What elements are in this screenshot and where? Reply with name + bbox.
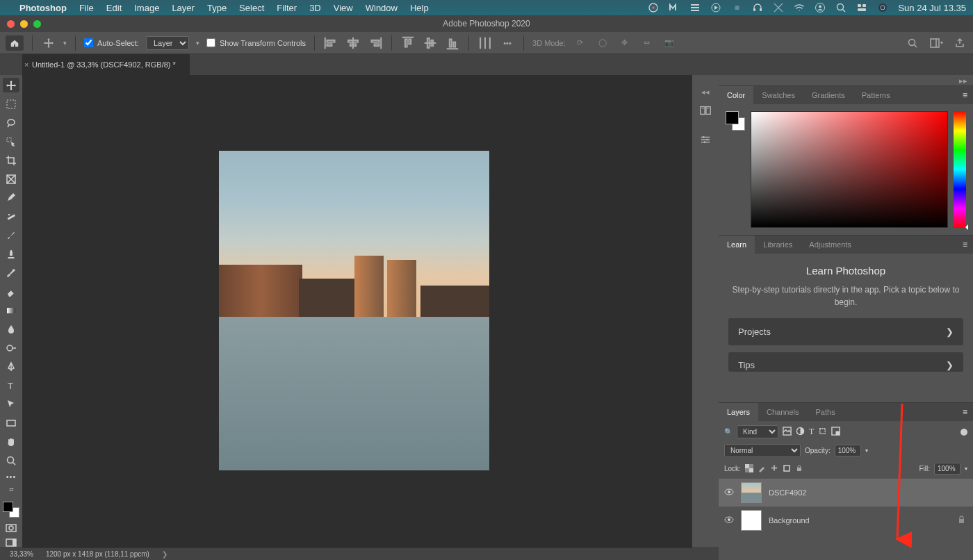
rectangle-tool[interactable] — [3, 415, 19, 430]
gradient-tool[interactable] — [3, 303, 19, 318]
menu-3d[interactable]: 3D — [309, 3, 321, 13]
opacity-input[interactable] — [835, 445, 861, 456]
more-options-icon[interactable]: ••• — [500, 35, 515, 51]
zoom-tool[interactable] — [3, 453, 19, 468]
tab-color[interactable]: Color — [719, 86, 753, 104]
workspace-switcher-icon[interactable]: ▾ — [929, 35, 944, 51]
show-transform-checkbox[interactable]: Show Transform Controls — [206, 38, 306, 47]
menu-layer[interactable]: Layer — [172, 3, 195, 13]
layer-thumbnail[interactable] — [741, 510, 762, 531]
status-icon-stack[interactable] — [689, 2, 701, 13]
marquee-tool[interactable] — [3, 97, 19, 111]
layer-name[interactable]: Background — [769, 516, 951, 525]
healing-brush-tool[interactable] — [3, 209, 19, 224]
share-icon[interactable] — [952, 35, 967, 51]
menu-file[interactable]: File — [79, 3, 94, 13]
swap-colors-icon[interactable]: ⇄ — [3, 486, 19, 493]
auto-select-checkbox[interactable]: Auto-Select: — [84, 38, 139, 47]
eyedropper-tool[interactable] — [3, 190, 19, 205]
status-icon-wifi[interactable] — [794, 2, 805, 13]
visibility-icon[interactable] — [724, 516, 734, 525]
history-brush-tool[interactable] — [3, 265, 19, 280]
tab-swatches[interactable]: Swatches — [753, 86, 803, 104]
align-left-icon[interactable] — [323, 35, 338, 51]
menu-edit[interactable]: Edit — [106, 3, 122, 13]
close-window-button[interactable] — [7, 20, 15, 28]
filter-pixel-icon[interactable] — [783, 427, 792, 437]
status-icon-siri[interactable] — [877, 2, 888, 13]
dodge-tool[interactable] — [3, 340, 19, 355]
filter-adjust-icon[interactable] — [796, 427, 805, 437]
lasso-tool[interactable] — [3, 115, 19, 130]
tab-channels[interactable]: Channels — [758, 403, 807, 421]
tab-adjustments[interactable]: Adjustments — [801, 236, 860, 254]
tab-patterns[interactable]: Patterns — [853, 86, 899, 104]
layer-filter-kind[interactable]: Kind — [737, 425, 778, 438]
layer-name[interactable]: DSCF4902 — [769, 488, 967, 497]
filter-shape-icon[interactable] — [818, 427, 827, 437]
hand-tool[interactable] — [3, 434, 19, 449]
auto-select-dropdown[interactable]: Layer — [146, 36, 189, 50]
distribute-icon[interactable] — [477, 35, 493, 51]
menubar-datetime[interactable]: Sun 24 Jul 13.35 — [898, 3, 966, 13]
menu-select[interactable]: Select — [239, 3, 264, 13]
align-bottom-icon[interactable] — [445, 35, 460, 51]
frame-tool[interactable] — [3, 172, 19, 186]
filter-toggle[interactable] — [960, 429, 967, 436]
doc-info[interactable]: 1200 px x 1418 px (118,11 ppcm) — [46, 550, 149, 558]
home-button[interactable] — [6, 35, 24, 51]
color-swatch[interactable] — [3, 502, 19, 518]
align-hcenter-icon[interactable] — [345, 35, 361, 51]
move-tool[interactable] — [3, 78, 19, 92]
status-icon-search[interactable] — [835, 2, 847, 13]
status-icon-m[interactable] — [669, 2, 680, 13]
type-tool[interactable]: T — [3, 378, 19, 393]
layer-row[interactable]: Background — [719, 507, 973, 534]
zoom-window-button[interactable] — [33, 20, 41, 28]
document-tab[interactable]: × Untitled-1 @ 33,3% (DSCF4902, RGB/8) * — [22, 54, 190, 75]
tab-layers[interactable]: Layers — [719, 403, 758, 421]
traffic-lights[interactable] — [7, 20, 41, 28]
layer-thumbnail[interactable] — [741, 482, 762, 503]
panel-menu-icon[interactable]: ≡ — [957, 86, 973, 104]
color-field[interactable] — [751, 111, 948, 228]
learn-card-projects[interactable]: Projects ❯ — [728, 318, 963, 345]
screen-mode-icon[interactable] — [5, 538, 17, 547]
status-icon-user[interactable] — [815, 2, 826, 13]
edit-toolbar-icon[interactable]: ••• — [3, 472, 19, 481]
blur-tool[interactable] — [3, 322, 19, 336]
align-right-icon[interactable] — [368, 35, 383, 51]
status-icon-play[interactable] — [710, 2, 721, 13]
menu-image[interactable]: Image — [134, 3, 159, 13]
clone-stamp-tool[interactable] — [3, 247, 19, 261]
close-tab-icon[interactable]: × — [24, 60, 28, 69]
quick-select-tool[interactable] — [3, 134, 19, 149]
status-icon-control-center[interactable] — [856, 2, 867, 13]
app-menu[interactable]: Photoshop — [19, 3, 67, 13]
move-tool-icon[interactable] — [41, 35, 56, 51]
properties-icon[interactable] — [697, 131, 714, 148]
menu-help[interactable]: Help — [410, 3, 429, 13]
learn-card-tips[interactable]: Tips ❯ — [728, 352, 963, 372]
status-icon-eye[interactable] — [648, 2, 659, 13]
blend-mode-dropdown[interactable]: Normal — [724, 444, 801, 457]
menu-view[interactable]: View — [334, 3, 353, 13]
canvas-area[interactable] — [22, 75, 692, 547]
lock-artboard-icon[interactable] — [783, 464, 791, 474]
menu-filter[interactable]: Filter — [277, 3, 297, 13]
history-icon[interactable] — [697, 102, 714, 119]
align-top-icon[interactable] — [400, 35, 416, 51]
crop-tool[interactable] — [3, 153, 19, 167]
status-icon-headphones[interactable] — [752, 2, 763, 13]
tab-libraries[interactable]: Libraries — [755, 236, 801, 254]
layer-row[interactable]: DSCF4902 — [719, 479, 973, 507]
lock-paint-icon[interactable] — [758, 464, 766, 474]
lock-all-icon[interactable] — [795, 464, 803, 474]
panel-menu-icon[interactable]: ≡ — [957, 236, 973, 254]
pen-tool[interactable] — [3, 359, 19, 374]
lock-position-icon[interactable] — [770, 464, 778, 474]
panel-color-swatch[interactable] — [726, 111, 745, 131]
path-select-tool[interactable] — [3, 397, 19, 411]
filter-type-icon[interactable]: T — [809, 427, 814, 437]
quick-mask-icon[interactable] — [5, 523, 17, 532]
